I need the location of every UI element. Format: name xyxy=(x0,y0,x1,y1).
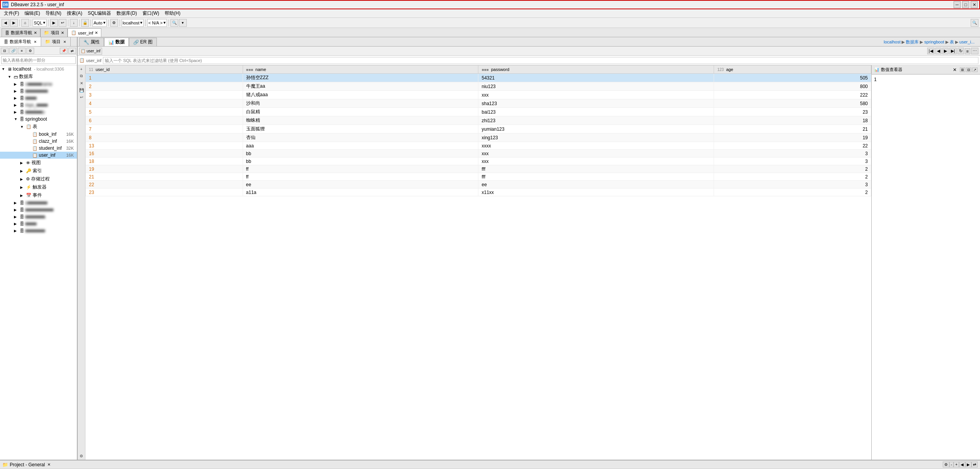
nav-first[interactable]: |◀ xyxy=(927,48,935,54)
tree-book-inf[interactable]: ▶ 📋 book_inf 16K xyxy=(0,131,77,138)
tree-procedures[interactable]: ▶ ⚙ 存储过程 xyxy=(0,175,77,183)
bottom-plus-btn[interactable]: + xyxy=(954,462,959,467)
bc-user-inf[interactable]: user_i... xyxy=(959,40,975,44)
table-row[interactable]: 16bbxxx3 xyxy=(86,150,871,157)
nav-next[interactable]: ▶ xyxy=(942,48,949,54)
close-project-tab[interactable]: ✕ xyxy=(61,31,64,35)
tree-student-inf[interactable]: ▶ 📋 student_inf 32K xyxy=(0,145,77,152)
tree-localhost[interactable]: ▼ 🖥 localhost - localhost:3306 xyxy=(0,66,77,73)
execute-button[interactable]: ▶ xyxy=(50,19,58,27)
tree-user-inf[interactable]: ▶ 📋 user_inf 16K xyxy=(0,152,77,159)
rollback-button[interactable]: ↩ xyxy=(59,19,66,27)
search-global-button[interactable]: 🔍 xyxy=(971,19,978,27)
menu-edit[interactable]: 编辑(E) xyxy=(22,10,42,17)
table-row[interactable]: 13aaaxxxx22 xyxy=(86,142,871,150)
tree-views[interactable]: ▶ 👁 视图 xyxy=(0,159,77,167)
table-row[interactable]: 3猪八戒aaaxxx222 xyxy=(86,91,871,99)
menu-sql-editor[interactable]: SQL编辑器 xyxy=(85,10,113,17)
menu-help[interactable]: 帮助(H) xyxy=(162,10,183,17)
tree-search-input[interactable] xyxy=(1,56,76,64)
tab-project[interactable]: 📁 项目 ✕ xyxy=(40,28,68,37)
link-btn[interactable]: 🔗 xyxy=(9,48,17,54)
add-row-btn[interactable]: + xyxy=(78,66,85,72)
col-header-name[interactable]: ■■■ name xyxy=(243,66,478,74)
table-row[interactable]: 7玉面狐狸yumian12321 xyxy=(86,125,871,133)
na-dropdown[interactable]: < N/A >▾ xyxy=(147,19,167,27)
bottom-arrow-right-btn[interactable]: ▶ xyxy=(965,462,971,467)
tree-db1[interactable]: ▶ 🗄 c■■■■■rame xyxy=(0,81,77,88)
col-header-age[interactable]: 123 age xyxy=(714,66,871,74)
col-header-user-id[interactable]: 11 user_id xyxy=(86,66,243,74)
nav-prev[interactable]: ◀ xyxy=(935,48,942,54)
table-row[interactable]: 6蜘蛛精zhi12318 xyxy=(86,116,871,125)
left-tab-db-nav[interactable]: 🗄 数据库导航 ✕ xyxy=(0,37,41,46)
indent-button[interactable]: ↓ xyxy=(70,19,78,27)
filter-btn[interactable]: ≡ xyxy=(18,48,26,54)
close-left-project[interactable]: ✕ xyxy=(63,40,66,44)
settings-button[interactable]: ⚙ xyxy=(110,19,118,27)
table-row[interactable]: 2牛魔王aaniu123800 xyxy=(86,82,871,91)
tree-s-db[interactable]: ▶ 🗄 s■■■■■■■ xyxy=(0,199,77,206)
nav-more[interactable]: ⋯ xyxy=(971,48,978,54)
bottom-expand-btn[interactable]: ⇄ xyxy=(971,462,978,467)
table-row[interactable]: 5白鼠精bai12323 xyxy=(86,108,871,116)
forward-button[interactable]: ▶ xyxy=(10,19,18,27)
config-btn[interactable]: ⚙ xyxy=(26,48,34,54)
close-button[interactable]: ✕ xyxy=(971,1,978,8)
table-scroll[interactable]: 11 user_id ■■■ name ■■■ password xyxy=(85,65,871,460)
tree-db3[interactable]: ▶ 🗄 ■■■■ xyxy=(0,95,77,102)
back-button[interactable]: ◀ xyxy=(2,19,9,27)
bottom-minus-btn[interactable]: - xyxy=(949,462,954,467)
bottom-settings-btn[interactable]: ⚙ xyxy=(943,462,949,467)
tab-data[interactable]: 📊 数据 xyxy=(104,38,129,46)
tree-db2[interactable]: ▶ 🗄 ■■■■■■■■ xyxy=(0,88,77,95)
nav-filter[interactable]: ≡ xyxy=(965,48,970,54)
tree-blurred-db6[interactable]: ▶ 🗄 ■■■■■■■. xyxy=(0,213,77,220)
nav-last[interactable]: ▶| xyxy=(949,48,957,54)
tab-user-inf[interactable]: 📋 user_inf ✕ xyxy=(68,28,101,37)
tree-databases[interactable]: ▼ 🗃 数据库 xyxy=(0,73,77,81)
val-panel-btn1[interactable]: ⊞ xyxy=(960,67,965,72)
tab-properties[interactable]: 🔧 属性 xyxy=(79,38,104,46)
bc-database[interactable]: 数据库 xyxy=(906,39,919,45)
tab-db-navigator[interactable]: 🗄 数据库导航 ✕ xyxy=(2,28,40,37)
tree-clazz-inf[interactable]: ▶ 📋 clazz_inf 16K xyxy=(0,138,77,145)
minimize-button[interactable]: ─ xyxy=(954,1,961,8)
tab-er[interactable]: 🔗 ER 图 xyxy=(129,38,157,46)
menu-window[interactable]: 窗口(W) xyxy=(140,10,162,17)
tree-blurred-db8[interactable]: ▶ 🗄 ■■■■■■■ xyxy=(0,227,77,234)
auto-dropdown[interactable]: Auto▾ xyxy=(92,19,107,27)
close-bottom-panel[interactable]: ✕ xyxy=(47,462,50,467)
left-tab-project[interactable]: 📁 项目 ✕ xyxy=(41,37,71,46)
tree-mys[interactable]: ▶ 🗄 mys_■■■■ xyxy=(0,102,77,109)
tree-triggers[interactable]: ▶ ⚡ 触发器 xyxy=(0,183,77,191)
pin-btn[interactable]: 📌 xyxy=(60,48,68,54)
tree-db4[interactable]: ▶ 🗄 ■■■■■■o xyxy=(0,109,77,116)
zoom-btn[interactable]: ▾ xyxy=(179,19,187,27)
menu-file[interactable]: 文件(F) xyxy=(2,10,21,17)
close-db-nav-tab[interactable]: ✕ xyxy=(34,31,37,35)
bc-table[interactable]: 表 xyxy=(950,39,954,45)
localhost-dropdown[interactable]: localhost▾ xyxy=(122,19,144,27)
db-icon-btn[interactable]: 🔍 xyxy=(170,19,178,27)
copy-row-btn[interactable]: ⧉ xyxy=(78,73,85,79)
tree-blurred-db5[interactable]: ▶ 🗄 ■■■■■■■■■■ xyxy=(0,206,77,213)
menu-database[interactable]: 数据库(D) xyxy=(114,10,139,17)
revert-btn[interactable]: ↩ xyxy=(78,94,85,100)
tree-indexes[interactable]: ▶ 🔑 索引 xyxy=(0,167,77,175)
col-header-password[interactable]: ■■■ password xyxy=(478,66,714,74)
table-row[interactable]: 8杏仙xing12319 xyxy=(86,133,871,142)
table-row[interactable]: 22eeee3 xyxy=(86,181,871,189)
sql-dropdown[interactable]: SQL▾ xyxy=(33,19,47,27)
val-panel-btn3[interactable]: ↗ xyxy=(972,67,978,72)
table-row[interactable]: 1孙悟空ZZZ54321505 xyxy=(86,74,871,82)
home-button[interactable]: ⌂ xyxy=(21,19,29,27)
close-left-db-nav[interactable]: ✕ xyxy=(34,40,37,44)
bc-localhost[interactable]: localhost xyxy=(884,40,900,44)
menu-search[interactable]: 搜索(A) xyxy=(64,10,85,17)
tree-springboot[interactable]: ▼ 🗄 springboot xyxy=(0,116,77,123)
table-row[interactable]: 19fffff2 xyxy=(86,165,871,173)
filter-input[interactable] xyxy=(103,57,978,64)
lock-button[interactable]: 🔒 xyxy=(81,19,89,27)
tree-tables[interactable]: ▼ 📋 表 xyxy=(0,123,77,131)
